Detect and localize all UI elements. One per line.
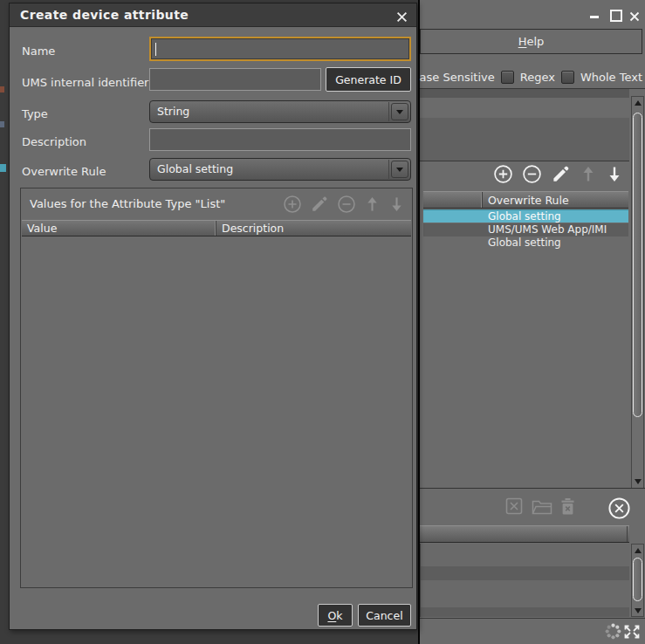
edit-value-button[interactable] (310, 195, 329, 217)
overwrite-rule-column-header[interactable]: Overwrite Rule (483, 192, 628, 208)
list-row-band (421, 607, 629, 617)
whole-text-checkbox[interactable] (561, 71, 574, 84)
type-dropdown[interactable]: String (149, 100, 411, 123)
attribute-toolbar (493, 164, 623, 187)
circle-minus-icon (337, 195, 356, 214)
pencil-icon (551, 164, 571, 184)
move-value-up-button[interactable] (364, 195, 381, 217)
move-up-button[interactable] (580, 164, 597, 188)
lower-list[interactable] (420, 544, 629, 617)
overwrite-rule-label: Overwrite Rule (22, 165, 106, 178)
panel-band (420, 118, 629, 161)
table-row[interactable]: UMS/UMS Web App/IMI (423, 223, 628, 236)
dropdown-arrow-button[interactable] (391, 103, 408, 120)
close-button[interactable] (629, 9, 640, 19)
dialog-title: Create device attribute (20, 3, 189, 27)
dropdown-divider (388, 102, 389, 121)
triangle-down-icon (635, 608, 642, 613)
add-button[interactable] (493, 164, 513, 188)
trash-icon (559, 497, 576, 517)
circle-plus-icon (283, 195, 302, 214)
value-column-header[interactable]: Value (22, 221, 216, 236)
close-icon (629, 11, 640, 22)
chevron-down-icon (396, 168, 403, 172)
bottom-toolbar (420, 489, 645, 524)
name-input[interactable] (149, 37, 411, 61)
ok-button[interactable]: Ok (318, 604, 353, 627)
scrollbar-up-button[interactable] (632, 97, 643, 109)
dialog-titlebar[interactable]: Create device attribute (10, 3, 416, 27)
pencil-icon (310, 195, 329, 214)
ums-id-label: UMS internal identifier (22, 76, 148, 89)
regex-label: Regex (520, 71, 555, 84)
edit-button[interactable] (551, 164, 571, 188)
ums-id-input[interactable] (149, 68, 321, 91)
chevron-down-icon (396, 110, 403, 114)
whole-text-label: Whole Text (580, 71, 642, 84)
filter-options-row: ase Sensitive Regex Whole Text (420, 68, 642, 86)
values-group-title: Values for the Attribute Type "List" (30, 197, 225, 210)
status-bar (420, 618, 645, 644)
move-value-down-button[interactable] (388, 195, 405, 217)
scrollbar-down-button[interactable] (632, 605, 643, 616)
folder-button[interactable] (531, 497, 553, 519)
window-titlebar[interactable] (420, 0, 645, 28)
move-down-button[interactable] (606, 164, 623, 188)
arrow-up-icon (580, 164, 597, 184)
maximize-button[interactable] (609, 9, 620, 19)
circle-plus-icon (493, 164, 513, 184)
close-icon (396, 11, 408, 23)
table-row[interactable]: Global setting (423, 209, 628, 223)
description-input[interactable] (149, 128, 411, 151)
left-panel-fragment (0, 121, 4, 127)
folder-icon (531, 497, 553, 516)
add-value-button[interactable] (283, 195, 302, 217)
scrollbar[interactable] (631, 544, 644, 617)
type-label: Type (22, 107, 48, 120)
values-table-body[interactable] (22, 237, 411, 586)
hidden-column-header (423, 192, 483, 208)
spinner-icon (604, 622, 622, 644)
overwrite-rule-dropdown[interactable]: Global setting (149, 158, 411, 181)
help-button[interactable]: Help (420, 29, 642, 54)
minimize-button[interactable] (589, 9, 600, 19)
arrow-up-icon (364, 195, 381, 214)
remove-value-button[interactable] (337, 195, 356, 217)
left-panel-fragment (0, 164, 6, 172)
divider (420, 161, 629, 161)
circle-x-button[interactable] (607, 497, 631, 524)
scrollbar[interactable] (631, 96, 644, 489)
name-label: Name (22, 45, 55, 58)
cancel-button[interactable]: Cancel (358, 604, 411, 627)
list-row-band (421, 566, 629, 580)
arrow-down-icon (388, 195, 405, 214)
values-group: Values for the Attribute Type "List" (20, 188, 413, 588)
table-row[interactable]: Global setting (423, 236, 628, 250)
triangle-up-icon (635, 548, 642, 553)
remove-button[interactable] (522, 164, 542, 188)
dropdown-arrow-button[interactable] (391, 161, 408, 178)
app-root: Help ase Sensitive Regex Whole Text (0, 0, 645, 644)
create-device-attribute-dialog: Create device attribute Name UMS interna… (9, 3, 417, 630)
scrollbar-thumb[interactable] (633, 558, 642, 601)
dropdown-divider (388, 160, 389, 179)
values-table-header[interactable]: Value Description (22, 220, 411, 236)
dialog-close-button[interactable] (396, 10, 408, 26)
trash-button[interactable] (559, 497, 576, 520)
column-divider (627, 526, 628, 542)
main-window: Help ase Sensitive Regex Whole Text (418, 0, 645, 644)
left-panel-fragment (0, 86, 4, 92)
x-box-icon (504, 497, 524, 516)
scrollbar-up-button[interactable] (632, 545, 643, 556)
generate-id-button[interactable]: Generate ID (326, 67, 411, 92)
lower-table-header[interactable] (420, 525, 629, 543)
transfer-arrows-icon (623, 624, 641, 643)
text-caret (155, 43, 156, 56)
x-box-button[interactable] (504, 497, 524, 519)
description-column-header[interactable]: Description (216, 221, 411, 236)
regex-checkbox[interactable] (501, 71, 514, 84)
attribute-table-header[interactable]: Overwrite Rule (423, 191, 628, 209)
scrollbar-down-button[interactable] (632, 476, 643, 488)
scrollbar-thumb[interactable] (633, 113, 642, 417)
description-label: Description (22, 135, 86, 148)
